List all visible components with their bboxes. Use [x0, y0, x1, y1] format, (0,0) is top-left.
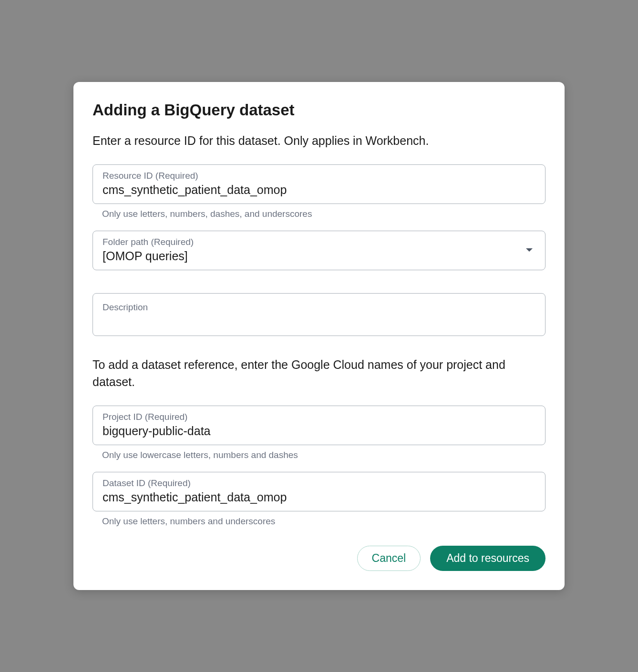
folder-path-select[interactable]: Folder path (Required) [OMOP queries]	[93, 231, 545, 270]
project-id-input-wrapper[interactable]: Project ID (Required)	[93, 406, 545, 445]
dialog-button-row: Cancel Add to resources	[93, 546, 545, 571]
add-to-resources-button[interactable]: Add to resources	[430, 546, 545, 571]
folder-path-value: [OMOP queries]	[103, 249, 526, 263]
dataset-id-input-wrapper[interactable]: Dataset ID (Required)	[93, 472, 545, 511]
dialog-subtitle: Enter a resource ID for this dataset. On…	[93, 132, 545, 149]
folder-path-label: Folder path (Required)	[103, 237, 526, 247]
resource-id-input[interactable]	[103, 183, 535, 197]
project-id-group: Project ID (Required) Only use lowercase…	[93, 406, 545, 460]
resource-id-group: Resource ID (Required) Only use letters,…	[93, 164, 545, 219]
dataset-id-input[interactable]	[103, 490, 535, 504]
resource-id-label: Resource ID (Required)	[103, 171, 535, 181]
resource-id-input-wrapper[interactable]: Resource ID (Required)	[93, 164, 545, 204]
project-id-input[interactable]	[103, 424, 535, 438]
add-bigquery-dataset-dialog: Adding a BigQuery dataset Enter a resour…	[73, 82, 565, 591]
dataset-id-helper: Only use letters, numbers and underscore…	[93, 516, 545, 527]
project-id-label: Project ID (Required)	[103, 412, 535, 422]
resource-id-helper: Only use letters, numbers, dashes, and u…	[93, 209, 545, 219]
cancel-button[interactable]: Cancel	[357, 546, 421, 571]
folder-path-group: Folder path (Required) [OMOP queries]	[93, 231, 545, 270]
description-label: Description	[103, 302, 148, 312]
dataset-id-label: Dataset ID (Required)	[103, 478, 535, 489]
section-2-text: To add a dataset reference, enter the Go…	[93, 356, 545, 391]
chevron-down-icon	[526, 248, 533, 252]
description-input-wrapper[interactable]: Description	[93, 293, 545, 336]
dialog-title: Adding a BigQuery dataset	[93, 101, 545, 119]
dataset-id-group: Dataset ID (Required) Only use letters, …	[93, 472, 545, 527]
project-id-helper: Only use lowercase letters, numbers and …	[93, 450, 545, 460]
